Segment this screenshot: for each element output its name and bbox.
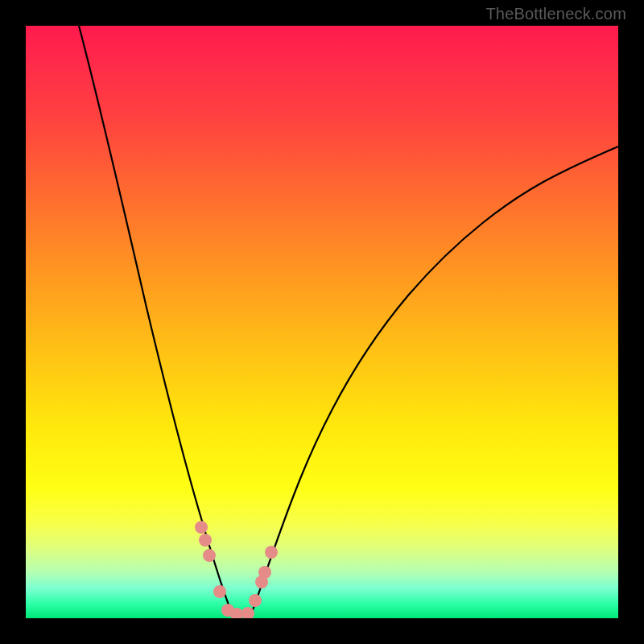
marker-dot xyxy=(203,549,216,562)
attribution-text: TheBottleneck.com xyxy=(485,5,626,23)
marker-dot xyxy=(213,585,226,598)
marker-dot xyxy=(265,546,278,559)
plot-area xyxy=(26,26,618,618)
chart-frame: TheBottleneck.com xyxy=(0,0,644,644)
marker-group xyxy=(195,521,278,618)
marker-dot xyxy=(195,521,208,534)
marker-dot xyxy=(199,534,212,547)
marker-dot xyxy=(258,566,271,579)
curve-layer xyxy=(26,26,618,618)
right-curve xyxy=(251,147,618,614)
marker-dot xyxy=(249,594,262,607)
left-curve xyxy=(79,26,233,614)
